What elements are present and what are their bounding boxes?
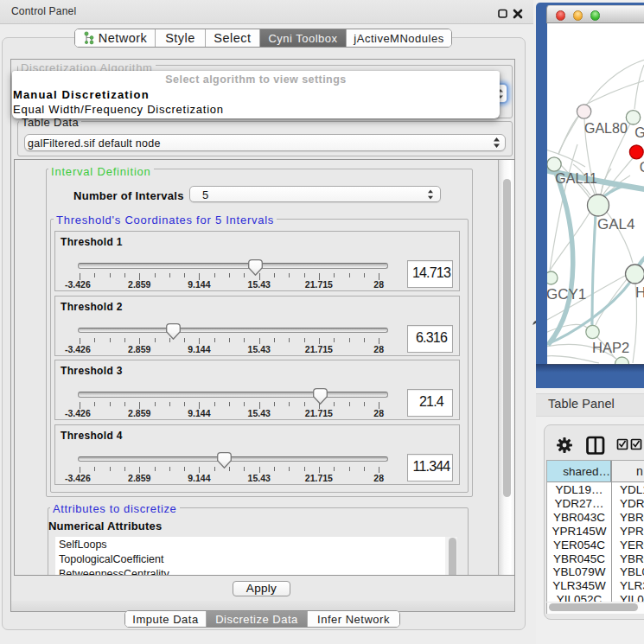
svg-text:C: C: [640, 160, 644, 175]
svg-text:HAP2: HAP2: [592, 340, 629, 355]
svg-text:GA: GA: [634, 125, 644, 140]
svg-text:GAL80: GAL80: [584, 121, 628, 136]
svg-text:H: H: [635, 284, 644, 301]
svg-text:GAL4: GAL4: [597, 216, 634, 233]
svg-text:GAL11: GAL11: [555, 171, 597, 186]
svg-text:GCY1: GCY1: [547, 286, 586, 303]
